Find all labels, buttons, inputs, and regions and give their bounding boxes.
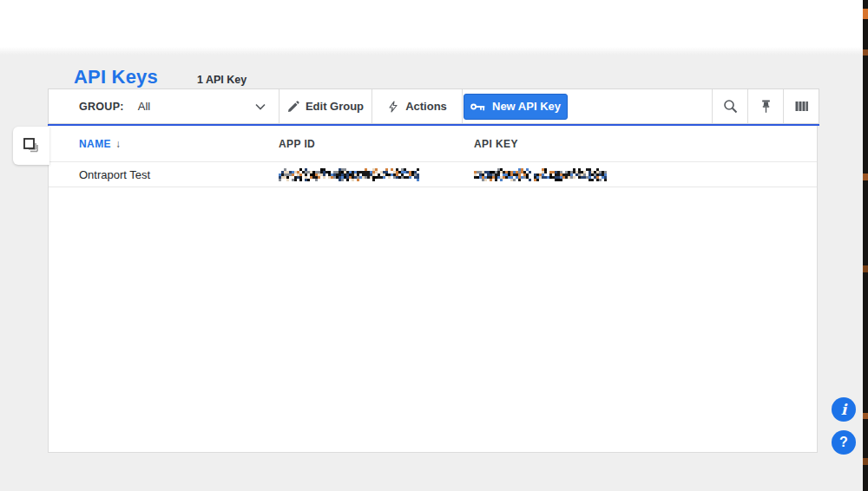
columns-button[interactable]: [784, 89, 819, 123]
sort-desc-icon: ↓: [115, 138, 121, 150]
edit-group-button[interactable]: Edit Group: [279, 89, 372, 123]
edge-strip-tick: [863, 9, 868, 19]
group-filter-value: All: [138, 100, 254, 113]
edit-group-label: Edit Group: [306, 100, 364, 113]
pin-icon: [759, 99, 773, 114]
stacked-pages-icon: [21, 135, 42, 156]
name-header-label: NAME: [79, 138, 111, 150]
page-header: API Keys 1 API Key: [74, 66, 247, 88]
pin-button[interactable]: [748, 89, 783, 123]
question-icon: ?: [839, 435, 848, 450]
collapse-panel-tab[interactable]: [13, 127, 49, 165]
api-keys-panel: GROUP: All Edit Group Actions New API Ke…: [48, 89, 818, 453]
record-count: 1 API Key: [197, 74, 247, 86]
row-app-id-cell: [279, 168, 474, 181]
edge-strip-tick: [863, 173, 868, 180]
lightning-icon: [387, 101, 399, 113]
actions-button[interactable]: Actions: [372, 89, 462, 123]
pencil-icon: [287, 101, 299, 113]
new-api-key-label: New API Key: [492, 100, 561, 113]
toolbar-spacer: [568, 89, 712, 123]
columns-icon: [794, 99, 809, 114]
group-filter-dropdown[interactable]: GROUP: All: [49, 89, 279, 123]
search-icon: [723, 99, 738, 114]
actions-label: Actions: [405, 100, 447, 113]
table-row[interactable]: Ontraport Test: [49, 162, 817, 187]
key-icon: [470, 101, 485, 112]
api-keys-page: API Keys 1 API Key GROUP: All Edit Group…: [0, 0, 868, 491]
info-button[interactable]: i: [832, 397, 856, 422]
edge-strip-tick: [863, 458, 868, 465]
redacted-app-id: [279, 168, 474, 181]
group-filter-label: GROUP:: [79, 101, 124, 113]
window-edge-strip: [863, 0, 868, 491]
page-title: API Keys: [74, 66, 158, 88]
help-button[interactable]: ?: [832, 430, 856, 455]
table-header-row: NAME ↓ APP ID API KEY: [49, 126, 817, 162]
row-name-cell: Ontraport Test: [49, 168, 279, 181]
edge-strip-tick: [863, 265, 868, 272]
edge-strip-tick: [863, 413, 868, 419]
column-header-name[interactable]: NAME ↓: [49, 138, 279, 150]
chevron-down-icon: [254, 101, 266, 113]
search-button[interactable]: [713, 89, 747, 123]
column-header-api-key[interactable]: API KEY: [474, 138, 817, 150]
edge-strip-tick: [863, 49, 868, 56]
column-header-app-id[interactable]: APP ID: [279, 138, 474, 150]
row-api-key-cell: [474, 168, 817, 181]
info-icon: i: [841, 401, 846, 418]
toolbar: GROUP: All Edit Group Actions New API Ke…: [48, 88, 819, 124]
new-key-wrap: New API Key: [463, 89, 568, 123]
redacted-api-key: [474, 168, 817, 181]
new-api-key-button[interactable]: New API Key: [464, 94, 568, 120]
header-shadow: [0, 47, 864, 55]
api-keys-table: NAME ↓ APP ID API KEY Ontraport Test: [49, 126, 817, 187]
